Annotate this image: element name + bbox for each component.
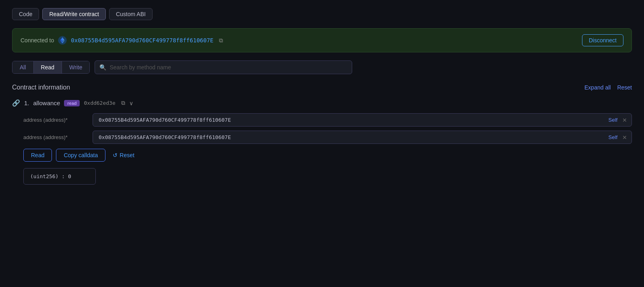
action-row: Read Copy calldata ↺ Reset (23, 149, 632, 162)
copy-address-icon[interactable]: ⧉ (219, 37, 223, 44)
reset-all-button[interactable]: Reset (617, 84, 632, 91)
filter-tab-all[interactable]: All (12, 61, 34, 73)
tab-custom-abi[interactable]: Custom ABI (109, 8, 153, 20)
tab-code[interactable]: Code (12, 8, 39, 20)
link-icon: 🔗 (12, 99, 20, 107)
wallet-address: 0x08755B4d595AFA790d760CF499778f8ff61060… (71, 37, 213, 44)
field-group: address (address)* Self ✕ address (addre… (23, 113, 632, 144)
filter-tab-write[interactable]: Write (62, 61, 89, 73)
field-row-1: address (address)* Self ✕ (23, 113, 632, 127)
field-label-2: address (address)* (23, 134, 88, 140)
field-input-wrapper-1: Self ✕ (93, 113, 632, 127)
connection-prefix: Connected to (21, 37, 54, 44)
method-name: allowance (33, 100, 60, 106)
chevron-down-icon[interactable]: ∨ (129, 100, 133, 106)
read-button[interactable]: Read (23, 149, 52, 162)
reset-icon: ↺ (113, 152, 118, 158)
filter-tab-group: All Read Write (12, 61, 90, 74)
method-row: 🔗 1. allowance read 0xdd62ed3e ⧉ ∨ (12, 99, 632, 107)
contract-title: Contract information (12, 84, 70, 91)
connection-banner: Connected to 0x08755B4d595AFA790d760CF49… (12, 28, 632, 52)
copy-calldata-button[interactable]: Copy calldata (56, 149, 105, 162)
search-icon: 🔍 (99, 64, 106, 71)
method-allowance: 🔗 1. allowance read 0xdd62ed3e ⧉ ∨ addre… (12, 99, 632, 185)
expand-all-button[interactable]: Expand all (584, 84, 611, 91)
field-label-1: address (address)* (23, 117, 88, 123)
result-box: (uint256) : 0 (23, 168, 96, 185)
clear-field-2-icon[interactable]: ✕ (622, 134, 627, 141)
disconnect-button[interactable]: Disconnect (582, 34, 623, 46)
method-index: 1. (24, 100, 29, 106)
search-input[interactable] (95, 60, 352, 74)
method-hash: 0xdd62ed3e (84, 100, 115, 106)
field-input-1[interactable] (93, 113, 632, 127)
filter-tab-read[interactable]: Read (34, 61, 62, 73)
tab-read-write-contract[interactable]: Read/Write contract (42, 8, 105, 20)
method-badge: read (64, 100, 80, 106)
reset-label: Reset (120, 152, 134, 158)
contract-header: Contract information Expand all Reset (12, 84, 632, 91)
filter-row: All Read Write 🔍 (12, 60, 632, 74)
field-input-wrapper-2: Self ✕ (93, 131, 632, 144)
top-tab-group: Code Read/Write contract Custom ABI (12, 8, 632, 20)
search-box: 🔍 (95, 60, 352, 74)
field-row-2: address (address)* Self ✕ (23, 131, 632, 144)
field-input-2[interactable] (93, 131, 632, 144)
clear-field-1-icon[interactable]: ✕ (622, 117, 627, 123)
header-actions: Expand all Reset (584, 84, 632, 91)
copy-hash-icon[interactable]: ⧉ (121, 100, 125, 106)
method-reset-button[interactable]: ↺ Reset (109, 152, 138, 158)
wallet-icon (58, 36, 67, 45)
